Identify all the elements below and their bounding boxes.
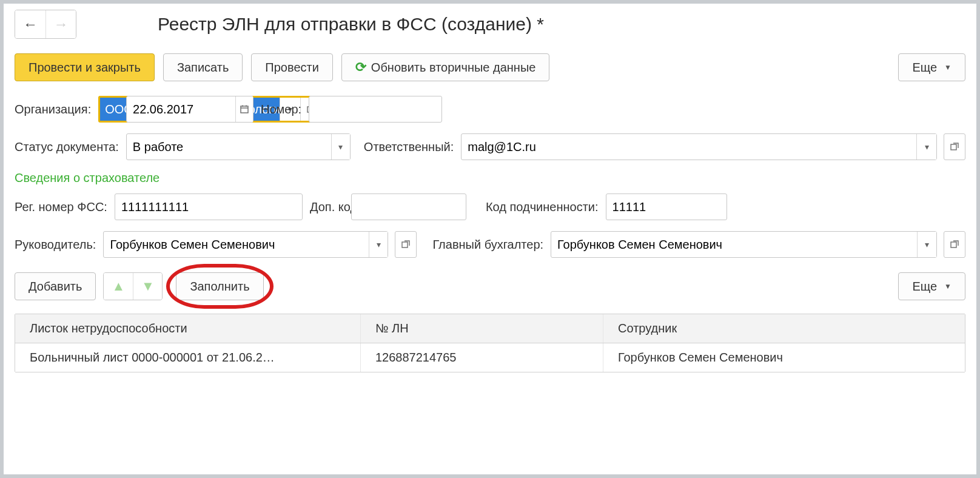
add-code-label: Доп. код: [310, 200, 344, 214]
open-icon [401, 240, 411, 249]
sub-code-input-wrap [606, 194, 727, 220]
status-label: Статус документа: [15, 140, 119, 154]
row-reg-addcode-subcode: Рег. номер ФСС: Доп. код: Код подчиненно… [15, 194, 965, 220]
list-toolbar: Добавить ▲ ▼ Заполнить Еще ▼ [15, 270, 965, 303]
head-input[interactable] [104, 232, 368, 257]
reg-label: Рег. номер ФСС: [15, 200, 107, 214]
move-up-button[interactable]: ▲ [104, 273, 133, 300]
refresh-label: Обновить вторичные данные [371, 61, 536, 75]
open-icon [950, 142, 959, 152]
row-head-accountant: Руководитель: ▾ Главный бухгалтер: ▾ [15, 231, 965, 258]
save-button[interactable]: Записать [163, 53, 243, 81]
accountant-input-wrap: ▾ [551, 231, 937, 258]
refresh-secondary-button[interactable]: ⟳ Обновить вторичные данные [341, 53, 550, 81]
head-label: Руководитель: [15, 238, 96, 252]
status-dropdown-button[interactable]: ▾ [331, 134, 350, 160]
chevron-down-icon: ▾ [377, 240, 381, 249]
main-toolbar: Провести и закрыть Записать Провести ⟳ О… [15, 53, 965, 81]
svg-rect-1 [241, 106, 248, 113]
date-input-wrap [126, 96, 253, 123]
chevron-down-icon: ▾ [925, 142, 929, 152]
post-button[interactable]: Провести [251, 53, 332, 81]
nav-forward-button[interactable]: → [45, 10, 76, 38]
cell-num: 126887214765 [361, 343, 603, 372]
open-icon [950, 240, 959, 249]
post-and-close-button[interactable]: Провести и закрыть [15, 53, 155, 81]
col-emp[interactable]: Сотрудник [603, 314, 965, 343]
date-input[interactable] [127, 96, 235, 122]
sub-code-input[interactable] [606, 194, 727, 220]
row-org-date-number: Организация: ООО "Современные технологии… [15, 96, 965, 123]
calendar-icon [240, 104, 249, 114]
sick-leave-table: Листок нетрудоспособности № ЛН Сотрудник… [15, 314, 965, 372]
insurer-section-title: Сведения о страхователе [15, 171, 965, 185]
arrow-down-icon: ▼ [141, 278, 155, 294]
row-status-responsible: Статус документа: ▾ Ответственный: ▾ [15, 133, 965, 160]
arrow-up-icon: ▲ [112, 278, 126, 294]
move-buttons: ▲ ▼ [103, 272, 163, 300]
list-more-label: Еще [912, 280, 937, 294]
refresh-icon: ⟳ [355, 59, 366, 75]
number-label: Номер: [261, 103, 301, 116]
page-title: Реестр ЭЛН для отправки в ФСС (создание)… [158, 14, 544, 35]
responsible-input[interactable] [461, 134, 916, 160]
responsible-open-button[interactable] [944, 133, 965, 160]
table-header: Листок нетрудоспособности № ЛН Сотрудник [15, 314, 965, 343]
head-open-button[interactable] [395, 231, 417, 258]
nav-back-button[interactable]: ← [15, 10, 45, 38]
status-input[interactable] [127, 134, 331, 160]
reg-input[interactable] [115, 194, 302, 220]
col-doc[interactable]: Листок нетрудоспособности [15, 314, 361, 343]
number-input-wrap [309, 96, 442, 123]
add-button[interactable]: Добавить [15, 272, 96, 300]
accountant-dropdown-button[interactable]: ▾ [917, 232, 936, 257]
add-code-input-wrap [351, 194, 466, 220]
header: ← → Реестр ЭЛН для отправки в ФСС (созда… [15, 10, 965, 39]
date-picker-button[interactable] [235, 96, 253, 122]
head-dropdown-button[interactable]: ▾ [369, 232, 388, 257]
accountant-label: Главный бухгалтер: [432, 238, 543, 252]
svg-rect-7 [951, 242, 956, 247]
svg-rect-6 [402, 242, 408, 247]
accountant-input[interactable] [551, 232, 917, 257]
fill-button[interactable]: Заполнить [176, 272, 263, 300]
svg-rect-5 [951, 144, 956, 150]
status-input-wrap: ▾ [126, 133, 351, 160]
chevron-down-icon: ▾ [925, 240, 929, 249]
table-row[interactable]: Больничный лист 0000-000001 от 21.06.2… … [15, 343, 965, 372]
chevron-down-icon: ▾ [338, 142, 343, 152]
arrow-right-icon: → [54, 16, 69, 33]
chevron-down-icon: ▼ [944, 282, 951, 291]
fill-highlight: Заполнить [170, 270, 269, 303]
form-window: ← → Реестр ЭЛН для отправки в ФСС (созда… [0, 0, 980, 478]
add-code-input[interactable] [352, 194, 466, 220]
cell-doc: Больничный лист 0000-000001 от 21.06.2… [15, 343, 361, 372]
head-input-wrap: ▾ [103, 231, 388, 258]
more-button[interactable]: Еще ▼ [898, 53, 965, 81]
accountant-open-button[interactable] [944, 231, 965, 258]
org-label: Организация: [15, 103, 91, 116]
sub-code-label: Код подчиненности: [486, 200, 599, 214]
nav-buttons: ← → [15, 10, 76, 39]
responsible-input-wrap: ▾ [461, 133, 937, 160]
cell-emp: Горбунков Семен Семенович [603, 343, 965, 372]
more-label: Еще [912, 61, 937, 75]
chevron-down-icon: ▼ [944, 63, 951, 72]
responsible-label: Ответственный: [364, 140, 454, 154]
arrow-left-icon: ← [23, 16, 38, 33]
responsible-dropdown-button[interactable]: ▾ [916, 134, 936, 160]
number-input[interactable] [309, 96, 441, 122]
list-more-button[interactable]: Еще ▼ [898, 272, 965, 300]
move-down-button[interactable]: ▼ [133, 273, 162, 300]
reg-input-wrap [115, 194, 303, 220]
col-num[interactable]: № ЛН [361, 314, 603, 343]
